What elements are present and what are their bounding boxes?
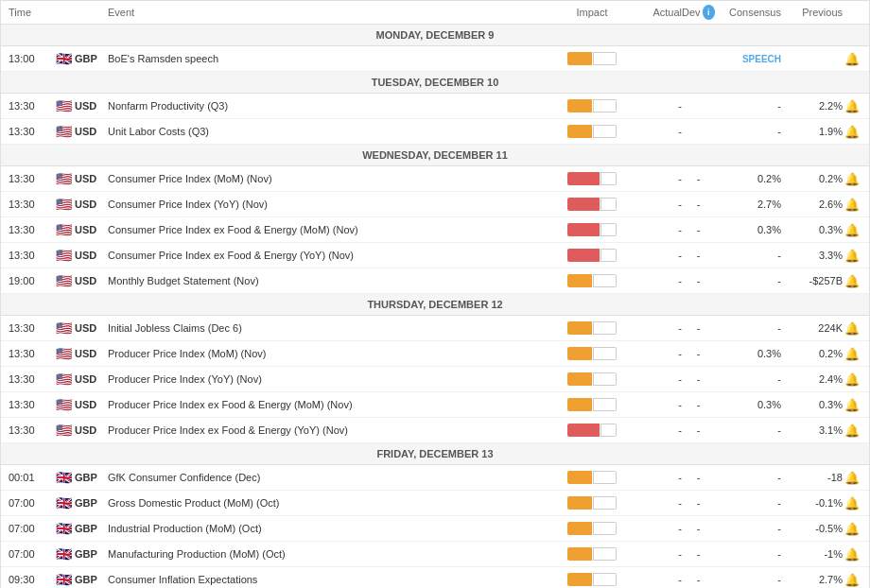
event-name[interactable]: Producer Price Index (MoM) (Nov) xyxy=(108,348,554,359)
time-cell: 09:30 xyxy=(9,574,56,585)
table-row[interactable]: 13:30🇺🇸USDConsumer Price Index ex Food &… xyxy=(1,217,869,243)
bell-inactive-icon[interactable]: 🔔 xyxy=(844,274,860,288)
bell-inactive-icon[interactable]: 🔔 xyxy=(844,223,860,237)
bell-inactive-icon[interactable]: 🔔 xyxy=(844,99,860,113)
table-row[interactable]: 07:00🇬🇧GBPManufacturing Production (MoM)… xyxy=(1,542,869,567)
table-row[interactable]: 13:30🇺🇸USDUnit Labor Costs (Q3) --1.9%🔔 xyxy=(1,119,869,145)
time-cell: 13:30 xyxy=(9,199,56,210)
flag-currency: 🇺🇸USD xyxy=(56,346,108,361)
bell-icon[interactable]: 🔔 xyxy=(843,249,861,263)
bell-icon[interactable]: 🔔 xyxy=(843,321,861,336)
bell-active-icon[interactable]: 🔔 xyxy=(844,321,860,336)
time-cell: 13:30 xyxy=(9,250,56,261)
table-row[interactable]: 13:30🇺🇸USDNonfarm Productivity (Q3) --2.… xyxy=(1,94,869,119)
event-name[interactable]: Gross Domestic Product (MoM) (Oct) xyxy=(108,497,554,509)
table-row[interactable]: 13:30🇺🇸USDInitial Jobless Claims (Dec 6)… xyxy=(1,316,869,341)
table-row[interactable]: 13:30🇺🇸USDConsumer Price Index (MoM) (No… xyxy=(1,166,869,192)
impact-cell xyxy=(554,274,630,287)
bell-icon[interactable]: 🔔 xyxy=(843,424,861,438)
bell-icon[interactable]: 🔔 xyxy=(843,496,861,510)
bell-icon[interactable]: 🔔 xyxy=(843,125,861,139)
flag-icon: 🇺🇸 xyxy=(56,320,72,336)
table-row[interactable]: 13:30🇺🇸USDConsumer Price Index (YoY) (No… xyxy=(1,192,869,217)
impact-bar xyxy=(567,249,617,262)
bell-icon[interactable]: 🔔 xyxy=(843,99,861,113)
actual-value: - xyxy=(630,472,682,483)
event-name[interactable]: BoE's Ramsden speech xyxy=(108,53,554,64)
bell-inactive-icon[interactable]: 🔔 xyxy=(844,125,860,139)
table-row[interactable]: 07:00🇬🇧GBPGross Domestic Product (MoM) (… xyxy=(1,491,869,516)
bell-icon[interactable]: 🔔 xyxy=(843,372,861,387)
flag-currency: 🇺🇸USD xyxy=(56,222,108,237)
event-name[interactable]: Producer Price Index (YoY) (Nov) xyxy=(108,373,554,385)
currency-label: USD xyxy=(75,373,96,385)
table-row[interactable]: 07:00🇬🇧GBPIndustrial Production (MoM) (O… xyxy=(1,516,869,542)
bell-inactive-icon[interactable]: 🔔 xyxy=(844,347,860,361)
bell-inactive-icon[interactable]: 🔔 xyxy=(844,172,860,186)
table-row[interactable]: 19:00🇺🇸USDMonthly Budget Statement (Nov)… xyxy=(1,268,869,294)
table-row[interactable]: 13:30🇺🇸USDConsumer Price Index ex Food &… xyxy=(1,243,869,268)
event-name[interactable]: Manufacturing Production (MoM) (Oct) xyxy=(108,548,554,560)
event-name[interactable]: GfK Consumer Confidence (Dec) xyxy=(108,472,554,483)
bell-icon[interactable]: 🔔 xyxy=(843,471,861,485)
table-row[interactable]: 00:01🇬🇧GBPGfK Consumer Confidence (Dec) … xyxy=(1,465,869,491)
bell-icon[interactable]: 🔔 xyxy=(843,522,861,536)
event-name[interactable]: Consumer Price Index ex Food & Energy (Y… xyxy=(108,250,554,261)
currency-label: USD xyxy=(75,250,96,261)
previous-value: 1.9% xyxy=(781,126,843,137)
bell-icon[interactable]: 🔔 xyxy=(843,573,861,587)
table-row[interactable]: 09:30🇬🇧GBPConsumer Inflation Expectation… xyxy=(1,567,869,588)
bell-inactive-icon[interactable]: 🔔 xyxy=(844,372,860,387)
event-name[interactable]: Consumer Price Index (YoY) (Nov) xyxy=(108,199,554,210)
event-name[interactable]: Monthly Budget Statement (Nov) xyxy=(108,275,554,286)
bell-inactive-icon[interactable]: 🔔 xyxy=(844,198,860,212)
table-row[interactable]: 13:30🇺🇸USDProducer Price Index (YoY) (No… xyxy=(1,367,869,392)
table-row[interactable]: 13:30🇺🇸USDProducer Price Index ex Food &… xyxy=(1,392,869,418)
time-cell: 13:30 xyxy=(9,348,56,359)
bell-inactive-icon[interactable]: 🔔 xyxy=(844,547,860,562)
table-row[interactable]: 13:30🇺🇸USDProducer Price Index ex Food &… xyxy=(1,418,869,443)
impact-cell xyxy=(554,249,630,262)
event-name[interactable]: Consumer Price Index (MoM) (Nov) xyxy=(108,173,554,184)
bell-inactive-icon[interactable]: 🔔 xyxy=(844,522,860,536)
bell-inactive-icon[interactable]: 🔔 xyxy=(844,424,860,438)
bell-icon[interactable]: 🔔 xyxy=(843,398,861,412)
impact-cell xyxy=(554,52,630,65)
flag-currency: 🇺🇸USD xyxy=(56,397,108,412)
event-name[interactable]: Producer Price Index ex Food & Energy (Y… xyxy=(108,424,554,436)
actual-value: - xyxy=(630,574,682,585)
dev-value: - xyxy=(682,348,715,359)
bell-icon[interactable]: 🔔 xyxy=(843,274,861,288)
table-row[interactable]: 13:30🇺🇸USDProducer Price Index (MoM) (No… xyxy=(1,341,869,367)
impact-cell xyxy=(554,424,630,437)
actual-value: - xyxy=(630,100,682,112)
bell-inactive-icon[interactable]: 🔔 xyxy=(844,496,860,510)
impact-cell xyxy=(554,398,630,411)
previous-value: 0.3% xyxy=(781,224,843,235)
bell-icon[interactable]: 🔔 xyxy=(843,198,861,212)
event-name[interactable]: Consumer Price Index ex Food & Energy (M… xyxy=(108,224,554,235)
time-cell: 13:30 xyxy=(9,173,56,184)
table-row[interactable]: 13:00🇬🇧GBPBoE's Ramsden speech SPEECH🔔 xyxy=(1,46,869,72)
currency-label: USD xyxy=(75,224,96,235)
event-name[interactable]: Producer Price Index ex Food & Energy (M… xyxy=(108,399,554,410)
bell-icon[interactable]: 🔔 xyxy=(843,347,861,361)
event-name[interactable]: Initial Jobless Claims (Dec 6) xyxy=(108,322,554,334)
dev-info-icon[interactable]: i xyxy=(703,5,715,20)
event-name[interactable]: Unit Labor Costs (Q3) xyxy=(108,126,554,137)
event-name[interactable]: Nonfarm Productivity (Q3) xyxy=(108,100,554,112)
bell-inactive-icon[interactable]: 🔔 xyxy=(844,573,860,587)
bell-icon[interactable]: 🔔 xyxy=(843,547,861,562)
bell-inactive-icon[interactable]: 🔔 xyxy=(844,52,860,66)
event-name[interactable]: Consumer Inflation Expectations xyxy=(108,574,554,585)
bell-icon[interactable]: 🔔 xyxy=(843,223,861,237)
bell-icon[interactable]: 🔔 xyxy=(843,52,861,66)
impact-bar xyxy=(567,223,617,236)
event-name[interactable]: Industrial Production (MoM) (Oct) xyxy=(108,523,554,534)
previous-value: -0.5% xyxy=(781,523,843,534)
bell-icon[interactable]: 🔔 xyxy=(843,172,861,186)
header-dev: Dev i xyxy=(682,5,715,20)
bell-active-icon[interactable]: 🔔 xyxy=(844,249,860,263)
bell-inactive-icon[interactable]: 🔔 xyxy=(844,471,860,485)
bell-inactive-icon[interactable]: 🔔 xyxy=(844,398,860,412)
